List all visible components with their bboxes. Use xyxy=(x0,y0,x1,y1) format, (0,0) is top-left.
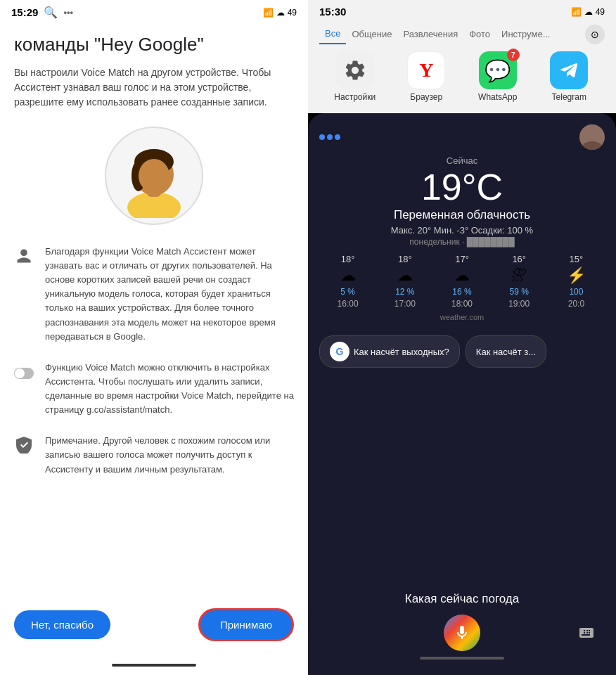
pct-1600: 5 % xyxy=(340,287,355,297)
signal-icon: 📶 xyxy=(263,8,274,18)
app-whatsapp[interactable]: 💬 7 WhatsApp xyxy=(470,51,526,102)
app-settings[interactable]: Настройки xyxy=(327,51,383,102)
telegram-label: Telegram xyxy=(552,92,586,102)
forecast-1800: 17° ☁ 16 % 18:00 xyxy=(433,254,490,309)
tab-all[interactable]: Все xyxy=(319,25,346,44)
weather-details: Макс. 20° Мин. -3° Осадки: 100 % xyxy=(319,225,605,236)
time-1600: 16:00 xyxy=(338,299,359,309)
right-battery-icon: 49 xyxy=(596,7,605,17)
whatsapp-badge: 7 xyxy=(507,49,520,61)
forecast-2000: 15° ⚡ 100 20:0 xyxy=(548,254,605,309)
home-indicator xyxy=(112,664,196,667)
assistant-mic-row xyxy=(319,615,605,651)
dot-blue3 xyxy=(335,134,340,140)
weather-date: понедельник · ████████ xyxy=(319,237,605,247)
weather-temp: 19°C xyxy=(319,169,605,205)
avatar-circle xyxy=(105,127,203,225)
suggestion-chips: G Как насчёт выходных? Как насчёт з... xyxy=(319,335,605,368)
pct-1900: 59 % xyxy=(510,287,529,297)
right-wifi-icon: ☁ xyxy=(584,7,593,17)
chip-more-label: Как насчёт з... xyxy=(476,347,536,357)
keyboard-icon[interactable] xyxy=(574,620,599,645)
temp-1600: 18° xyxy=(341,254,355,264)
google-dots xyxy=(319,134,340,140)
decline-button[interactable]: Нет, спасибо xyxy=(14,610,110,639)
assistant-card: Сейчас 19°C Переменная облачность Макс. … xyxy=(308,113,616,675)
right-status-bar: 15:30 📶 ☁ 49 xyxy=(308,0,616,20)
left-time: 15:29 🔍 ••• xyxy=(11,6,73,19)
accept-button[interactable]: Принимаю xyxy=(198,608,294,641)
svg-point-7 xyxy=(15,368,25,378)
app-telegram[interactable]: Telegram xyxy=(541,51,597,102)
browser-label: Браузер xyxy=(410,92,442,102)
chip-more[interactable]: Как насчёт з... xyxy=(466,335,546,368)
icon-1800: ☁ xyxy=(454,266,470,285)
status-icons: 📶 ☁ 49 xyxy=(263,8,297,18)
assistant-bottom: Какая сейчас погода xyxy=(319,592,605,651)
right-signal-icon: 📶 xyxy=(571,7,582,17)
pct-1700: 12 % xyxy=(395,287,414,297)
chip-weekend[interactable]: G Как насчёт выходных? xyxy=(319,335,460,368)
tab-entertainment[interactable]: Развлечения xyxy=(397,26,463,44)
svg-point-5 xyxy=(139,159,169,193)
app-icons-row: Настройки Y Браузер 💬 7 WhatsApp xyxy=(316,44,608,108)
user-avatar[interactable] xyxy=(579,124,605,150)
subtitle-text: Вы настроили Voice Match на другом устро… xyxy=(14,65,294,110)
browser-icon-img: Y xyxy=(407,51,445,89)
left-content: команды "Hey Google" Вы настроили Voice … xyxy=(0,22,308,597)
temp-2000: 15° xyxy=(570,254,584,264)
wifi-icon: ☁ xyxy=(276,8,285,18)
settings-icon-img xyxy=(336,51,374,89)
icon-2000: ⚡ xyxy=(567,266,586,285)
info-text-1: Благодаря функции Voice Match Ассистент … xyxy=(45,245,294,344)
weather-now-label: Сейчас xyxy=(319,155,605,166)
page-title: команды "Hey Google" xyxy=(14,33,294,57)
forecast-row: 18° ☁ 5 % 16:00 18° ☁ 12 % 17:00 17° ☁ 1… xyxy=(319,254,605,309)
info-text-2: Функцию Voice Match можно отключить в на… xyxy=(45,361,294,418)
search-icon[interactable]: 🔍 xyxy=(44,6,58,19)
chip-weekend-label: Как насчёт выходных? xyxy=(354,347,449,357)
forecast-1900: 16° ⛈ 59 % 19:00 xyxy=(491,254,548,309)
toggle-icon xyxy=(14,362,34,382)
pct-1800: 16 % xyxy=(452,287,471,297)
google-g-icon: G xyxy=(330,342,349,361)
weather-condition: Переменная облачность xyxy=(319,208,605,222)
weather-source: weather.com xyxy=(319,313,605,321)
tab-tools[interactable]: Инструме... xyxy=(496,26,556,44)
tab-photo[interactable]: Фото xyxy=(463,26,496,44)
person-avatar xyxy=(112,134,196,218)
time-display: 15:29 xyxy=(11,6,38,18)
info-item-voicematch: Благодаря функции Voice Match Ассистент … xyxy=(14,245,294,344)
pct-2000: 100 xyxy=(569,287,583,297)
weather-section: Сейчас 19°C Переменная облачность Макс. … xyxy=(319,155,605,330)
forecast-1600: 18° ☁ 5 % 16:00 xyxy=(319,254,376,309)
person-icon xyxy=(14,246,34,266)
left-status-bar: 15:29 🔍 ••• 📶 ☁ 49 xyxy=(0,0,308,22)
mic-button[interactable] xyxy=(444,615,480,651)
dot-blue2 xyxy=(327,134,333,140)
app-grid-area: Все Общение Развлечения Фото Инструме...… xyxy=(308,20,616,113)
right-screen: 15:30 📶 ☁ 49 Все Общение Развлечения Фот… xyxy=(308,0,616,675)
app-tabs: Все Общение Развлечения Фото Инструме...… xyxy=(316,20,608,44)
whatsapp-icon-img: 💬 7 xyxy=(479,51,517,89)
time-1900: 19:00 xyxy=(508,299,530,309)
whatsapp-label: WhatsApp xyxy=(478,92,517,102)
icon-1900: ⛈ xyxy=(511,266,527,285)
temp-1900: 16° xyxy=(512,254,526,264)
app-browser[interactable]: Y Браузер xyxy=(398,51,454,102)
more-icon[interactable]: ••• xyxy=(63,7,73,18)
info-text-3: Примечание. Другой человек с похожим гол… xyxy=(45,434,294,476)
right-time: 15:30 xyxy=(319,6,346,18)
time-2000: 20:0 xyxy=(568,299,584,309)
assistant-query: Какая сейчас погода xyxy=(319,592,605,606)
right-home-indicator xyxy=(420,657,504,660)
info-item-note: Примечание. Другой человек с похожим гол… xyxy=(14,434,294,476)
shield-icon xyxy=(14,435,34,455)
icon-1600: ☁ xyxy=(340,266,356,285)
tab-communication[interactable]: Общение xyxy=(346,26,397,44)
temp-1700: 18° xyxy=(398,254,412,264)
svg-point-9 xyxy=(582,141,602,150)
telegram-icon-img xyxy=(550,51,588,89)
right-status-icons: 📶 ☁ 49 xyxy=(571,7,605,17)
camera-tab-icon[interactable]: ⊙ xyxy=(585,25,605,44)
